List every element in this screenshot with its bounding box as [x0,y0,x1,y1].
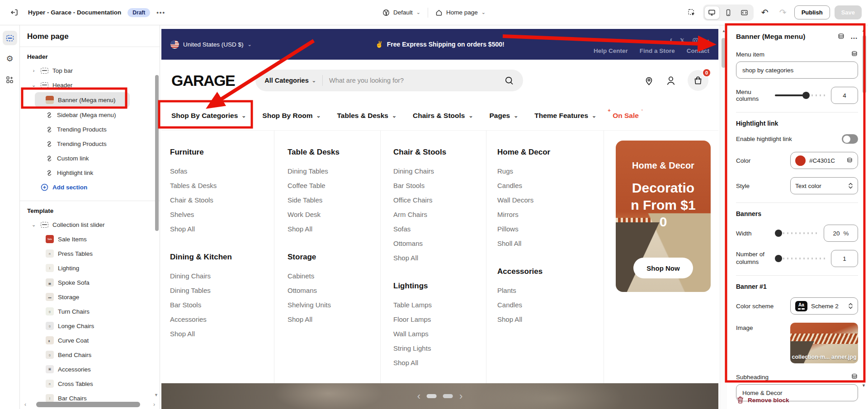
scrollbar-track[interactable] [28,402,151,407]
mega-menu-link[interactable]: Dining Tables [170,283,274,298]
store-locator-icon[interactable] [644,75,654,86]
mega-menu-link[interactable]: Shop All [288,312,380,327]
preview-scrollbar[interactable]: ▲ [720,25,727,409]
save-button[interactable]: Save [835,5,862,19]
mega-menu-link[interactable]: Sofas [393,222,486,236]
color-picker-field[interactable]: #C4301C [790,152,858,169]
sidebar-template-item[interactable]: пPress Tables [20,246,160,261]
menu-item-input[interactable]: shop by categories [736,61,858,79]
mega-menu-link[interactable]: Dining Tables [288,164,380,179]
add-section-button[interactable]: Add section [20,180,160,194]
sidebar-item-top-bar[interactable]: › Top bar [20,63,160,78]
mega-menu-link[interactable]: Floor Lamps [393,312,486,327]
dynamic-source-icon[interactable] [851,51,858,58]
page-selector[interactable]: Home page ⌄ [435,9,486,16]
mega-menu-link[interactable]: String Lights [393,341,486,356]
mega-menu-heading[interactable]: Chair & Stools [393,148,486,157]
width-value[interactable]: 20 % [824,225,858,242]
mega-menu-link[interactable]: Chair & Stools [170,193,274,207]
nav-shop-by-room[interactable]: Shop By Room⌄ [262,112,321,120]
sidebar-template-item[interactable]: пCross Tables [20,376,160,391]
mega-menu-link[interactable]: Pillows [497,222,604,236]
account-icon[interactable] [666,75,676,86]
nav-tables-desks[interactable]: Tables & Desks⌄ [337,112,397,120]
cart-button[interactable]: 0 [688,70,708,91]
sections-tab-button[interactable] [3,31,17,45]
mega-menu-link[interactable]: Table Lamps [393,298,486,312]
mega-menu-heading[interactable]: Table & Desks [288,148,380,157]
carousel-prev-icon[interactable]: ‹ [417,391,420,401]
mega-menu-link[interactable]: Office Chairs [393,193,486,207]
carousel-dot-1[interactable] [427,394,437,398]
panel-scrollbar-thumb[interactable] [863,35,866,93]
image-picker-thumbnail[interactable]: collection-m... anner.jpg [790,323,858,363]
sidebar-horizontal-scrollbar[interactable]: ‹ › [24,401,155,407]
sidebar-vertical-scrollbar[interactable] [155,75,159,231]
sidebar-template-item[interactable]: ▬Storage [20,290,160,304]
sidebar-item-trending-products-2[interactable]: Trending Products [20,136,160,151]
nav-on-sale[interactable]: On Sale [613,112,639,120]
remove-block-button[interactable]: Remove block [737,396,789,404]
nav-chairs-stools[interactable]: Chairs & Stools⌄ [413,112,473,120]
mega-menu-link[interactable]: Dining Chairs [393,164,486,179]
sidebar-template-item[interactable]: ṉLonge Chairs [20,319,160,333]
country-selector[interactable]: United States (USD $) ⌄ [170,40,252,49]
scrollbar-thumb[interactable] [722,38,726,68]
desktop-preview-button[interactable] [704,6,720,19]
mega-menu-link[interactable]: Tables & Desks [170,179,274,193]
mega-menu-heading[interactable]: Storage [288,253,380,262]
mega-menu-link[interactable]: Dining Chairs [170,269,274,283]
mega-menu-link[interactable]: Sofas [170,164,274,179]
scroll-down-arrow-icon[interactable]: ▼ [862,383,866,388]
mega-menu-heading[interactable]: Furniture [170,148,274,157]
mega-menu-link[interactable]: Wall Decors [497,193,604,207]
inspect-element-button[interactable] [685,6,698,19]
style-select[interactable]: Text color [790,177,858,194]
dynamic-source-icon[interactable] [851,373,858,381]
mega-menu-link[interactable]: Candles [497,298,604,312]
expand-chevron-icon[interactable]: › [31,68,37,73]
search-input[interactable]: What are you looking for? [329,77,498,84]
sidebar-template-item[interactable]: ǀLighting [20,261,160,275]
mobile-preview-button[interactable] [721,6,736,19]
sidebar-template-item[interactable]: ṉTurn Chairs [20,304,160,319]
number-of-columns-value[interactable]: 1 [831,250,858,267]
undo-button[interactable]: ↶ [758,6,772,19]
instagram-icon[interactable] [693,38,698,44]
mega-menu-link[interactable]: Bar Stools [170,298,274,312]
mega-menu-link[interactable]: Ottomans [288,283,380,298]
help-center-link[interactable]: Help Center [594,47,628,54]
scroll-right-arrow-icon[interactable]: › [153,401,155,408]
mega-menu-link[interactable]: Arm Chairs [393,207,486,222]
mega-menu-link[interactable]: Shop All [497,312,604,327]
category-dropdown[interactable]: All Categories ⌄ [264,77,316,84]
sidebar-item-sidebar-mega-menu[interactable]: Sidebar (Mega menu) [20,108,160,122]
nav-pages[interactable]: Pages⌄ [489,112,518,120]
store-logo[interactable]: GARAGE [171,72,235,89]
exit-editor-button[interactable] [6,5,22,20]
menu-columns-value[interactable]: 4 [831,87,858,104]
scroll-up-arrow-icon[interactable]: ▲ [722,29,726,33]
width-slider[interactable] [775,229,818,237]
mega-menu-link[interactable]: Shop All [170,327,274,341]
sidebar-template-item[interactable]: ▄Spoke Sofa [20,275,160,290]
dynamic-source-icon[interactable] [837,33,845,41]
mega-menu-link[interactable]: Side Tables [288,193,380,207]
mega-menu-heading[interactable]: Dining & Kitchen [170,253,274,262]
carousel-dot-2[interactable] [443,394,453,398]
mega-menu-link[interactable]: Work Desk [288,207,380,222]
nav-theme-features[interactable]: Theme Features⌄ [534,112,596,120]
find-a-store-link[interactable]: Find a Store [640,47,675,54]
mega-menu-link[interactable]: Shelves [170,207,274,222]
mega-menu-promo-banner[interactable]: Home & Decor Decoration From $10 Shop No… [616,141,711,292]
sidebar-template-item[interactable]: SaleSale Items [20,232,160,246]
sidebar-item-hightlight-link[interactable]: Hightlight link [20,165,160,180]
mega-menu-link[interactable]: Ottomans [393,236,486,251]
mega-menu-link[interactable]: Wall Lamps [393,327,486,341]
redo-button[interactable]: ↷ [776,6,790,19]
tiktok-icon[interactable]: ♪ [707,38,709,44]
theme-settings-button[interactable]: ⚙ [3,52,17,66]
facebook-icon[interactable]: f [670,38,672,44]
dynamic-source-icon[interactable] [846,157,853,164]
mega-menu-link[interactable]: Shop All [393,356,486,370]
